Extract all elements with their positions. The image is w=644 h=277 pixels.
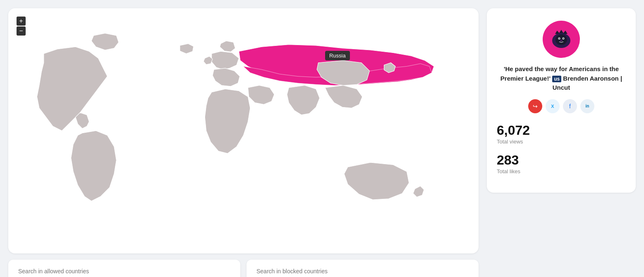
south-asia xyxy=(287,86,320,115)
share-button[interactable]: ↪ xyxy=(528,99,542,113)
iceland xyxy=(180,44,194,54)
bottom-search-row xyxy=(8,260,479,277)
greenland xyxy=(91,33,119,50)
facebook-icon: f xyxy=(569,103,571,110)
share-icon: ↪ xyxy=(533,103,538,110)
social-buttons: ↪ X f in xyxy=(528,99,594,113)
scandinavia xyxy=(220,41,235,52)
twitter-icon: X xyxy=(551,104,554,109)
total-views-label: Total views xyxy=(497,138,626,145)
world-map xyxy=(17,17,470,245)
left-panel: + − xyxy=(0,0,487,277)
total-views-stat: 6,072 Total views xyxy=(497,123,626,145)
search-allowed-input[interactable] xyxy=(18,268,230,275)
zoom-out-button[interactable]: − xyxy=(17,26,26,36)
stats-section: 6,072 Total views 283 Total likes xyxy=(497,120,626,183)
lion-pupil-left xyxy=(559,38,560,39)
channel-logo-svg xyxy=(547,25,576,54)
search-blocked-input[interactable] xyxy=(256,268,469,275)
central-america xyxy=(76,112,89,128)
total-likes-number: 283 xyxy=(497,153,626,167)
africa xyxy=(205,89,250,153)
southeast-asia xyxy=(325,86,362,108)
right-panel: 'He paved the way for Americans in the P… xyxy=(487,0,644,277)
north-america xyxy=(37,47,107,131)
total-views-number: 6,072 xyxy=(497,123,626,138)
map-card: + − xyxy=(8,8,479,253)
video-info-card: 'He paved the way for Americans in the P… xyxy=(487,8,636,193)
channel-logo xyxy=(543,21,580,58)
total-likes-label: Total likes xyxy=(497,168,626,174)
total-likes-stat: 283 Total likes xyxy=(497,153,626,174)
europe2 xyxy=(213,68,240,86)
allowed-countries-card xyxy=(8,260,240,277)
video-title-part2: Brenden Aaronson | Uncut xyxy=(553,75,622,91)
map-container: Russia xyxy=(17,17,470,245)
lion-nose xyxy=(560,40,563,41)
australia xyxy=(344,162,409,200)
zoom-in-button[interactable]: + xyxy=(17,17,26,26)
blocked-countries-card xyxy=(247,260,479,277)
linkedin-icon: in xyxy=(586,104,589,108)
video-title: 'He paved the way for Americans in the P… xyxy=(497,64,626,93)
south-america xyxy=(71,131,117,201)
uk xyxy=(203,56,213,64)
new-zealand xyxy=(413,186,424,197)
linkedin-button[interactable]: in xyxy=(580,99,594,113)
facebook-button[interactable]: f xyxy=(563,99,577,113)
middle-east xyxy=(248,86,274,105)
map-controls: + − xyxy=(17,17,26,36)
lion-pupil-right xyxy=(563,38,564,39)
europe xyxy=(212,51,239,69)
us-flag-badge: us xyxy=(552,76,561,82)
twitter-button[interactable]: X xyxy=(546,99,560,113)
